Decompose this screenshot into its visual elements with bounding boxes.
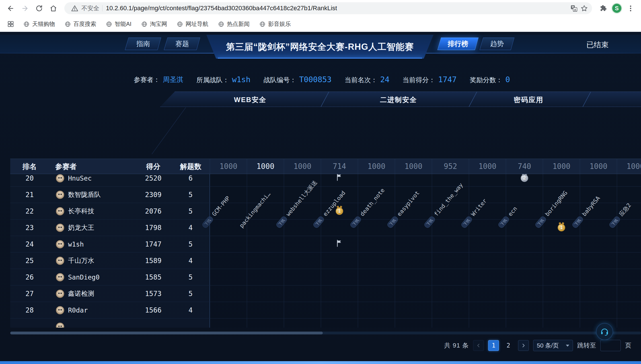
challenge-cell	[506, 220, 543, 236]
solved-cell: 5	[172, 269, 210, 285]
home-button[interactable]	[47, 2, 59, 14]
column-points: 1000	[210, 159, 247, 174]
next-page-button[interactable]	[518, 340, 529, 351]
table-row[interactable]: 25千山万水15894	[10, 253, 641, 269]
challenge-cell: 2	[506, 174, 543, 186]
player-name: 鑫诺检测	[68, 289, 94, 298]
challenge-cell	[284, 236, 321, 252]
challenge-cell	[469, 236, 506, 252]
current-score: 1747	[438, 75, 457, 84]
bottom-accent-bar	[0, 361, 641, 364]
challenge-cell	[432, 220, 469, 236]
menu-kebab-icon[interactable]	[624, 2, 636, 14]
challenge-cell	[395, 253, 432, 269]
challenge-cell	[506, 269, 543, 285]
column-points: 1000	[543, 159, 580, 174]
challenge-cell	[617, 318, 641, 328]
bookmark-item[interactable]: 影音娱乐	[259, 20, 291, 28]
table-row[interactable]: 20HnuSec252062	[10, 174, 641, 187]
address-bar[interactable]: 不安全 10.2.60.1/page/mg/ct/contest/flag/23…	[64, 2, 592, 14]
globe-icon	[23, 21, 30, 27]
prev-page-button[interactable]	[473, 340, 484, 351]
column-points: 714	[321, 159, 358, 174]
player-cell	[49, 318, 135, 328]
table-row[interactable]: 24w1sh17475	[10, 236, 641, 253]
column-points: 1000	[284, 159, 321, 174]
player-name: R0dar	[68, 307, 88, 314]
player-name: 长亭科技	[68, 207, 94, 216]
bookmark-item[interactable]: 热点新闻	[218, 20, 250, 28]
challenge-cell	[617, 253, 641, 269]
challenge-cell	[358, 174, 395, 186]
challenge-cell	[247, 253, 284, 269]
rank-cell: 26	[10, 269, 49, 285]
column-points: 1000	[358, 159, 395, 174]
challenge-cell	[432, 236, 469, 252]
table-row[interactable]: 26SanDieg015855	[10, 269, 641, 286]
browser-window: 不安全 10.2.60.1/page/mg/ct/contest/flag/23…	[0, 0, 641, 364]
page-size-select[interactable]: 50 条/页	[533, 340, 573, 351]
avatar	[56, 224, 64, 232]
tab-trend[interactable]: 趋势	[480, 38, 515, 50]
challenge-cell	[284, 220, 321, 236]
page-button-2[interactable]: 2	[503, 340, 514, 351]
challenge-cell	[358, 220, 395, 236]
translate-icon[interactable]	[569, 3, 579, 13]
page-button-1[interactable]: 1	[488, 340, 499, 351]
contest-page: 第三届“陇剑杯”网络安全大赛-RHG人工智能赛 指南 赛题 排行榜 趋势 已结束…	[0, 32, 641, 364]
rank-cell: 28	[10, 302, 49, 318]
player-info-row: 参赛者： 周圣淇 所属战队： w1sh 战队编号： T000853 当前名次： …	[134, 73, 510, 86]
forward-button[interactable]	[19, 2, 31, 14]
headset-icon	[600, 327, 609, 336]
challenge-cell	[358, 203, 395, 219]
category-title: 二进制安全	[380, 95, 417, 104]
challenge-cell	[210, 220, 247, 236]
bookmark-item[interactable]: 淘宝网	[141, 20, 167, 28]
refresh-button[interactable]	[33, 2, 45, 14]
tab-ranklist[interactable]: 排行榜	[437, 38, 479, 50]
jump-page-input[interactable]	[600, 340, 621, 351]
challenge-cell	[358, 253, 395, 269]
page-size-value: 50 条/页	[537, 342, 559, 349]
table-row[interactable]	[10, 318, 641, 328]
bookmark-item[interactable]: 网址导航	[177, 20, 208, 28]
apps-grid-icon[interactable]	[5, 18, 17, 30]
challenge-cell	[580, 203, 617, 219]
tab-guide[interactable]: 指南	[125, 38, 161, 50]
bookmark-item[interactable]: 百度搜索	[65, 20, 96, 28]
challenge-cell	[321, 220, 358, 236]
table-row[interactable]: 28R0dar15664	[10, 302, 641, 318]
challenge-cell	[210, 318, 247, 328]
bookmark-item[interactable]: 天猫购物	[23, 20, 55, 28]
bookmark-label: 热点新闻	[227, 20, 250, 28]
challenge-cell	[543, 187, 580, 203]
challenge-cell	[580, 187, 617, 203]
player-name: 千山万水	[68, 256, 94, 265]
tab-challenges[interactable]: 赛题	[164, 38, 200, 50]
horizontal-scrollbar[interactable]	[10, 332, 641, 334]
player-name: 数智陇盾队	[68, 190, 101, 199]
solved-cell: 4	[172, 220, 210, 236]
challenge-cell	[506, 203, 543, 219]
table-row[interactable]: 27鑫诺检测15735	[10, 286, 641, 302]
security-warning-label: 不安全	[81, 4, 99, 12]
url-text: 10.2.60.1/page/mg/ct/contest/flag/23754b…	[106, 5, 337, 12]
category-divider	[582, 92, 591, 107]
table-row[interactable]: 23奶龙大王179841	[10, 220, 641, 236]
challenge-cell	[284, 318, 321, 328]
extensions-icon[interactable]	[597, 2, 609, 14]
bookmarks-list: 天猫购物百度搜索智能AI淘宝网网址导航热点新闻影音娱乐	[23, 20, 291, 28]
avatar	[56, 257, 64, 265]
table-body: 20HnuSec25206221数智陇盾队2309522长亭科技20765123…	[10, 174, 641, 328]
back-button[interactable]	[5, 2, 17, 14]
table-row[interactable]: 21数智陇盾队23095	[10, 187, 641, 203]
support-fab[interactable]	[596, 323, 613, 340]
bookmark-item[interactable]: 智能AI	[106, 20, 132, 28]
challenge-cell	[617, 220, 641, 236]
scrollbar-thumb[interactable]	[10, 332, 323, 334]
challenge-cell	[395, 187, 432, 203]
bookmark-star-icon[interactable]	[579, 3, 589, 13]
challenge-cell	[358, 269, 395, 285]
profile-avatar[interactable]: S	[611, 3, 622, 14]
table-row[interactable]: 22长亭科技207651	[10, 203, 641, 220]
